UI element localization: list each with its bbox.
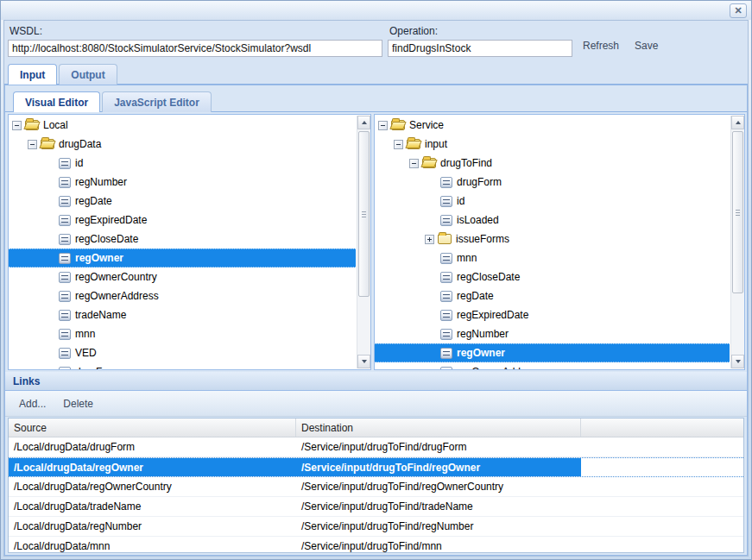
- save-button[interactable]: Save: [631, 38, 661, 53]
- scroll-up-icon[interactable]: [731, 116, 744, 129]
- tree-node[interactable]: input: [375, 135, 730, 154]
- tree-node[interactable]: regNumber: [9, 173, 356, 192]
- leaf-icon: [440, 291, 452, 302]
- destination-column-header[interactable]: Destination: [296, 418, 581, 437]
- tab-output[interactable]: Output: [59, 64, 117, 85]
- link-row[interactable]: /Local/drugData/regOwner /Service/input/…: [9, 457, 743, 477]
- expander-minus-icon[interactable]: [12, 121, 22, 130]
- tree-node-label: regCloseDate: [457, 271, 520, 283]
- tree-node[interactable]: VED: [9, 343, 356, 362]
- scroll-thumb[interactable]: [358, 131, 370, 297]
- editor-tabstrip: Visual EditorJavaScript Editor: [5, 91, 747, 112]
- operation-input[interactable]: [388, 40, 572, 57]
- link-destination: /Service/input/drugToFind/regOwner: [296, 458, 581, 476]
- tree-node-label: regOwner: [75, 252, 123, 264]
- tab-javascript-editor[interactable]: JavaScript Editor: [102, 91, 212, 112]
- tree-node[interactable]: id: [375, 192, 730, 211]
- link-row[interactable]: /Local/drugData/tradeName /Service/input…: [9, 497, 743, 517]
- link-destination: /Service/input/drugToFind/tradeName: [296, 497, 581, 516]
- link-row[interactable]: /Local/drugData/drugForm /Service/input/…: [9, 437, 743, 457]
- leaf-icon: [59, 310, 71, 321]
- tree-node[interactable]: regOwnerCountry: [9, 267, 356, 286]
- tree-node[interactable]: drugToFind: [375, 154, 730, 173]
- local-tree-scrollbar[interactable]: [357, 116, 370, 368]
- expander-minus-icon[interactable]: [28, 140, 37, 149]
- tab-visual-editor[interactable]: Visual Editor: [13, 91, 100, 112]
- delete-link-button[interactable]: Delete: [58, 395, 98, 412]
- tree-node-label: regNumber: [457, 328, 509, 340]
- leaf-icon: [440, 196, 452, 207]
- tree-node-label: isLoaded: [457, 214, 499, 226]
- tree-node[interactable]: Service: [375, 116, 730, 135]
- link-row-filler: [581, 477, 743, 496]
- tree-node[interactable]: regNumber: [375, 324, 730, 343]
- link-destination: /Service/input/drugToFind/regNumber: [296, 517, 581, 536]
- input-tab-panel: Visual EditorJavaScript Editor Local dru…: [4, 85, 748, 556]
- tree-node-label: input: [425, 138, 447, 150]
- tab-input[interactable]: Input: [8, 64, 57, 85]
- tree-node-label: regNumber: [75, 176, 127, 188]
- expander-minus-icon[interactable]: [394, 140, 403, 149]
- link-row-filler: [581, 497, 743, 516]
- tree-node[interactable]: regExpiredDate: [375, 305, 730, 324]
- tree-node[interactable]: mnn: [9, 324, 356, 343]
- link-source: /Local/drugData/mnn: [9, 537, 296, 553]
- tree-node[interactable]: issueForms: [375, 230, 730, 249]
- leaf-icon: [440, 272, 452, 283]
- scroll-up-icon[interactable]: [357, 116, 370, 129]
- tree-node[interactable]: regDate: [9, 192, 356, 211]
- link-row[interactable]: /Local/drugData/regNumber /Service/input…: [9, 517, 743, 537]
- tree-node[interactable]: regDate: [375, 286, 730, 305]
- leaf-icon: [440, 329, 452, 340]
- leaf-icon: [59, 348, 71, 359]
- link-source: /Local/drugData/regOwner: [9, 458, 296, 476]
- add-link-button[interactable]: Add...: [14, 395, 51, 412]
- expander-plus-icon[interactable]: [425, 235, 434, 244]
- tree-node[interactable]: regOwnerAddress: [375, 362, 730, 369]
- expander-minus-icon[interactable]: [378, 121, 388, 130]
- tree-node[interactable]: regExpiredDate: [9, 211, 356, 230]
- tree-node[interactable]: regOwner: [9, 249, 356, 267]
- leaf-icon: [440, 348, 452, 359]
- tree-node-label: regOwnerAddress: [457, 366, 540, 369]
- window-titlebar[interactable]: ✕: [1, 1, 751, 20]
- link-row[interactable]: /Local/drugData/mnn /Service/input/drugT…: [9, 537, 743, 553]
- scroll-thumb[interactable]: [732, 131, 743, 293]
- leaf-icon: [59, 234, 71, 245]
- scroll-down-icon[interactable]: [357, 355, 370, 368]
- link-row[interactable]: /Local/drugData/regOwnerCountry /Service…: [9, 477, 743, 497]
- expander-minus-icon[interactable]: [409, 159, 419, 168]
- io-tabstrip: InputOutput: [4, 62, 748, 85]
- tree-node[interactable]: drugForm: [9, 362, 356, 369]
- tree-node[interactable]: isLoaded: [375, 211, 730, 230]
- tree-node[interactable]: regOwner: [375, 343, 730, 362]
- tree-node-label: regOwnerAddress: [75, 290, 159, 302]
- tree-node[interactable]: regOwnerAddress: [9, 286, 356, 305]
- leaf-icon: [59, 367, 71, 370]
- tree-node-label: regCloseDate: [75, 233, 138, 245]
- leaf-icon: [59, 158, 71, 169]
- leaf-icon: [59, 329, 71, 340]
- tree-node[interactable]: id: [9, 154, 356, 173]
- wsdl-url-input[interactable]: [8, 40, 382, 57]
- tree-node[interactable]: regCloseDate: [9, 230, 356, 249]
- links-grid: Source Destination /Local/drugData/drugF…: [8, 418, 744, 553]
- leaf-icon: [440, 177, 452, 188]
- tree-node-label: regDate: [75, 195, 112, 207]
- mapping-editor-window: ✕ WSDL: Operation: Refresh Save InputOut…: [0, 0, 752, 560]
- link-destination: /Service/input/drugToFind/drugForm: [296, 437, 581, 456]
- local-tree: Local drugData id regNumber regDate regE…: [9, 116, 356, 369]
- tree-node[interactable]: mnn: [375, 249, 730, 267]
- scroll-down-icon[interactable]: [731, 355, 744, 368]
- folder-open-icon: [407, 139, 420, 149]
- close-icon[interactable]: ✕: [730, 3, 747, 18]
- refresh-button[interactable]: Refresh: [579, 38, 622, 53]
- tree-node[interactable]: drugData: [9, 135, 356, 154]
- tree-node[interactable]: Local: [9, 116, 356, 135]
- service-tree-scrollbar[interactable]: [730, 116, 744, 368]
- tree-node[interactable]: tradeName: [9, 305, 356, 324]
- window-body: WSDL: Operation: Refresh Save InputOutpu…: [3, 20, 749, 557]
- tree-node[interactable]: regCloseDate: [375, 267, 730, 286]
- source-column-header[interactable]: Source: [9, 418, 296, 437]
- tree-node[interactable]: drugForm: [375, 173, 730, 192]
